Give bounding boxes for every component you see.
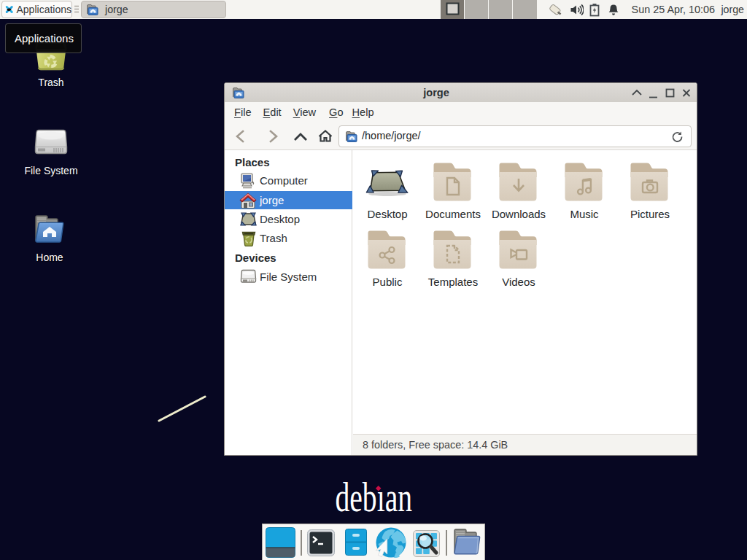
svg-text:debıan: debıan bbox=[335, 474, 412, 521]
